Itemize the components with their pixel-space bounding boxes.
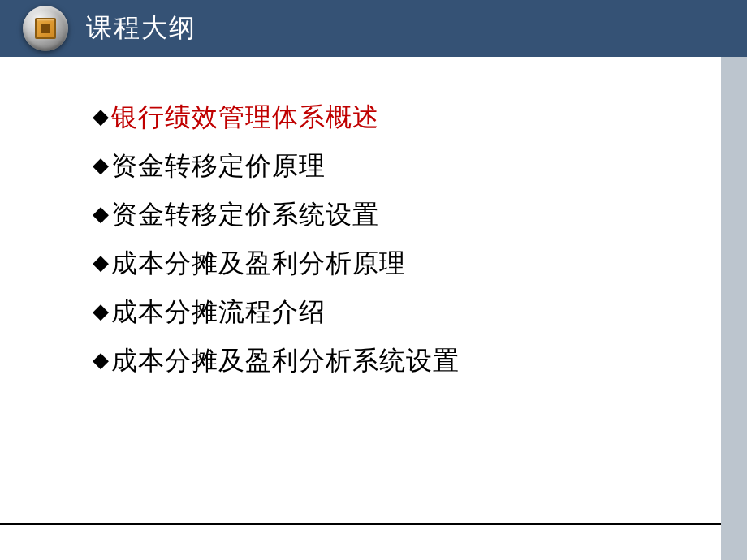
bullet-icon: ◆ [93, 106, 110, 127]
slide-header: 课程大纲 [0, 0, 747, 57]
slide-title: 课程大纲 [86, 11, 196, 46]
bullet-icon: ◆ [93, 252, 110, 274]
outline-item-text: 成本分摊流程介绍 [111, 299, 326, 325]
outline-item: ◆ 资金转移定价原理 [93, 153, 747, 179]
outline-item: ◆ 成本分摊流程介绍 [93, 299, 747, 325]
header-badge-icon [23, 6, 68, 51]
outline-item-text: 成本分摊及盈利分析原理 [111, 250, 406, 276]
header-badge-inner-icon [35, 18, 56, 39]
outline-item: ◆ 成本分摊及盈利分析系统设置 [93, 347, 747, 373]
outline-item: ◆ 成本分摊及盈利分析原理 [93, 250, 747, 276]
bullet-icon: ◆ [93, 204, 110, 225]
outline-item-text: 银行绩效管理体系概述 [111, 104, 379, 130]
outline-content: ◆ 银行绩效管理体系概述 ◆ 资金转移定价原理 ◆ 资金转移定价系统设置 ◆ 成… [0, 57, 747, 373]
outline-item-text: 资金转移定价原理 [111, 153, 326, 179]
outline-item-text: 成本分摊及盈利分析系统设置 [111, 347, 460, 373]
outline-item-text: 资金转移定价系统设置 [111, 201, 379, 227]
bullet-icon: ◆ [93, 155, 110, 176]
bullet-icon: ◆ [93, 350, 110, 371]
footer-divider [0, 523, 721, 525]
right-side-bar [721, 57, 747, 560]
outline-item: ◆ 资金转移定价系统设置 [93, 201, 747, 227]
bullet-icon: ◆ [93, 301, 110, 322]
outline-item: ◆ 银行绩效管理体系概述 [93, 104, 747, 130]
